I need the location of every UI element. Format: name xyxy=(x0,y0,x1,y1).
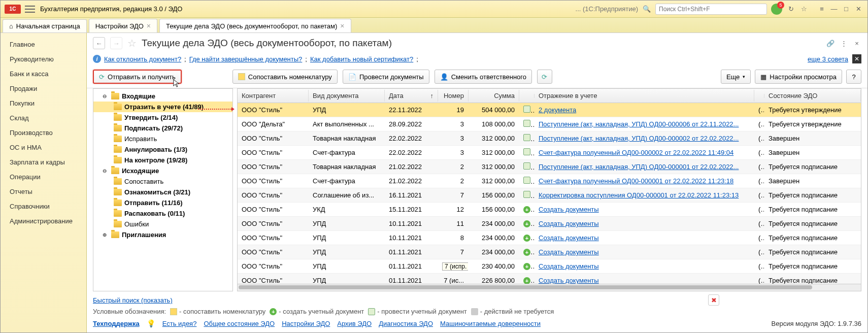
tree-match[interactable]: Сопоставить xyxy=(93,176,232,187)
close-hints-button[interactable]: ✕ xyxy=(852,54,861,63)
sidebar-item[interactable]: Справочники xyxy=(1,199,86,214)
close-panel-icon[interactable]: × xyxy=(852,39,861,48)
sidebar-item[interactable]: Склад xyxy=(1,111,86,125)
quick-search-link[interactable]: Быстрый поиск (показать) xyxy=(93,296,173,304)
tree-unpack[interactable]: Распаковать (0/11) xyxy=(93,208,232,219)
hint-more-link[interactable]: еще 3 совета xyxy=(808,55,848,63)
table-row[interactable]: ООО "Стиль"УПД10.11.20218234 000,00Созда… xyxy=(238,231,861,245)
footer-link[interactable]: Диагностика ЭДО xyxy=(379,320,433,327)
tree-reflect[interactable]: Отразить в учете (41/89) xyxy=(93,102,232,112)
cell-action-icon[interactable] xyxy=(519,118,535,130)
table-row[interactable]: ООО "Стиль"Товарная накладная21.02.20222… xyxy=(238,160,861,174)
change-owner-button[interactable]: 👤Сменить ответственного xyxy=(435,70,532,84)
table-row[interactable]: ООО "Стиль"УПД01.11.20217 (испр. 1)230 4… xyxy=(238,259,861,274)
cell-action-icon[interactable] xyxy=(519,146,535,159)
post-button[interactable]: 📄Провести документы xyxy=(343,70,429,84)
refresh-button[interactable]: ⟳ xyxy=(537,70,552,84)
tree-review[interactable]: Ознакомиться (3/21) xyxy=(93,187,232,197)
tab-home[interactable]: ⌂Начальная страница xyxy=(3,19,87,32)
col-refl[interactable]: Отражение в учете xyxy=(535,90,754,102)
cell-reflection[interactable]: Создать документы xyxy=(535,218,754,229)
cell-reflection[interactable]: Создать документы xyxy=(535,275,754,284)
scrollbar-horizontal[interactable] xyxy=(238,284,861,291)
cell-action-icon[interactable] xyxy=(519,204,535,215)
support-link[interactable]: Техподдержка xyxy=(93,320,140,327)
sidebar-item[interactable]: Покупки xyxy=(1,96,86,111)
col-contractor[interactable]: Контрагент xyxy=(238,90,309,102)
table-row[interactable]: ООО "Стиль"Счет-фактура21.02.20222312 00… xyxy=(238,174,861,188)
cell-action-icon[interactable] xyxy=(519,175,535,187)
sidebar-item[interactable]: Банк и касса xyxy=(1,66,86,81)
table-row[interactable]: ООО "Дельта"Акт выполненных ...28.09.202… xyxy=(238,117,861,131)
link-icon[interactable]: 🔗 xyxy=(826,39,835,48)
tab-current-edo[interactable]: Текущие дела ЭДО (весь документооборот, … xyxy=(159,19,351,32)
cell-reflection[interactable]: Счет-фактура полученный ОД00-000002 от 2… xyxy=(535,147,754,158)
tree-fix[interactable]: Исправить xyxy=(93,134,232,144)
cell-action-icon[interactable] xyxy=(519,275,535,284)
close-icon[interactable]: × xyxy=(340,22,344,30)
match-button[interactable]: Сопоставить номенклатуру xyxy=(232,70,338,84)
cell-action-icon[interactable] xyxy=(519,246,535,258)
hint-link[interactable]: Где найти завершённые документы? xyxy=(189,55,303,63)
sidebar-item[interactable]: Производство xyxy=(1,125,86,140)
tree-control[interactable]: На контроле (19/28) xyxy=(93,155,232,165)
cell-reflection[interactable]: Поступление (акт, накладная, УПД) ОД00-0… xyxy=(535,132,754,144)
idea-link[interactable]: Есть идея? xyxy=(162,320,197,327)
cell-action-icon[interactable] xyxy=(519,232,535,244)
cell-action-icon[interactable] xyxy=(519,189,535,202)
favorite-star-icon[interactable]: ☆ xyxy=(127,37,137,49)
close-icon[interactable]: × xyxy=(147,22,151,30)
cell-action-icon[interactable] xyxy=(519,160,535,173)
cell-reflection[interactable]: Создать документы xyxy=(535,260,754,272)
more-icon[interactable]: ⋮ xyxy=(839,39,848,48)
col-date[interactable]: Дата ↑ xyxy=(385,90,438,102)
cell-reflection[interactable]: Корректировка поступления ОД00-000001 от… xyxy=(535,189,754,201)
notifications-icon[interactable] xyxy=(771,4,782,15)
collapse-icon[interactable]: ⊖ xyxy=(103,168,109,174)
search-input[interactable] xyxy=(655,4,767,15)
tree-send[interactable]: Отправить (11/16) xyxy=(93,197,232,208)
cell-reflection[interactable]: Поступление (акт, накладная, УПД) ОД00-0… xyxy=(535,118,754,130)
table-row[interactable]: ООО "Стиль"УПД01.11.20217234 000,00Созда… xyxy=(238,245,861,259)
sidebar-item[interactable]: Администрирование xyxy=(1,214,86,228)
settings-icon[interactable]: ≡ xyxy=(817,5,827,13)
nav-forward-button[interactable]: → xyxy=(110,37,122,49)
tree-invites[interactable]: ⊕Приглашения xyxy=(93,229,232,240)
col-status[interactable]: Состояние ЭДО xyxy=(764,90,861,102)
sidebar-item[interactable]: Отчеты xyxy=(1,184,86,199)
cell-reflection[interactable]: Счет-фактура полученный ОД00-000001 от 2… xyxy=(535,175,754,187)
minimize-button[interactable]: — xyxy=(829,5,839,13)
tree-incoming[interactable]: ⊖Входящие xyxy=(93,91,232,102)
table-row[interactable]: ООО "Стиль"УПД01.11.20217 (ис...226 800,… xyxy=(238,274,861,284)
col-sum[interactable]: Сумма xyxy=(469,90,519,102)
col-doctype[interactable]: Вид документа xyxy=(309,90,385,102)
col-icon[interactable] xyxy=(519,94,535,98)
tree-sign[interactable]: Подписать (29/72) xyxy=(93,123,232,134)
help-button[interactable]: ? xyxy=(846,70,861,84)
footer-link[interactable]: Общее состояние ЭДО xyxy=(204,320,275,327)
table-row[interactable]: ООО "Стиль"УПД10.11.202111234 000,00Созд… xyxy=(238,217,861,231)
cell-action-icon[interactable] xyxy=(519,260,535,272)
send-receive-button[interactable]: ⟳Отправить и получить xyxy=(93,70,182,84)
cell-reflection[interactable]: 2 документа xyxy=(535,104,754,116)
table-row[interactable]: ООО "Стиль"УКД15.11.202112156 000,00Созд… xyxy=(238,203,861,217)
sidebar-item[interactable]: Продажи xyxy=(1,81,86,96)
tree-errors[interactable]: Ошибки xyxy=(93,219,232,229)
hint-link[interactable]: Как добавить новый сертификат? xyxy=(310,55,413,63)
footer-link[interactable]: Настройки ЭДО xyxy=(282,320,330,327)
view-settings-button[interactable]: ▦Настройки просмотра xyxy=(755,70,842,84)
sidebar-item[interactable]: ОС и НМА xyxy=(1,140,86,155)
expand-icon[interactable]: ⊕ xyxy=(103,232,109,238)
cell-reflection[interactable]: Создать документы xyxy=(535,204,754,215)
collapse-icon[interactable]: ⊖ xyxy=(103,93,109,99)
cell-action-icon[interactable] xyxy=(519,104,535,116)
hint-link[interactable]: Как отклонить документ? xyxy=(104,55,181,63)
table-row[interactable]: ООО "Стиль"Соглашение об из...16.11.2021… xyxy=(238,188,861,203)
cell-action-icon[interactable] xyxy=(519,218,535,229)
col-num[interactable]: Номер xyxy=(438,90,469,102)
cell-reflection[interactable]: Создать документы xyxy=(535,232,754,244)
cell-reflection[interactable]: Поступление (акт, накладная, УПД) ОД00-0… xyxy=(535,161,754,173)
tab-settings-edo[interactable]: Настройки ЭДО× xyxy=(89,19,157,32)
more-button[interactable]: Еще▾ xyxy=(721,70,751,84)
sidebar-item[interactable]: Операции xyxy=(1,170,86,184)
